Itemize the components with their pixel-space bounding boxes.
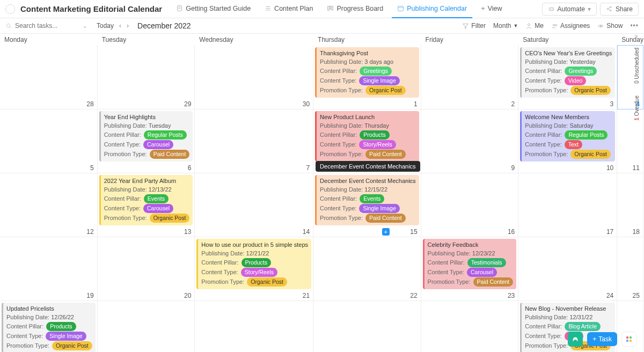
- task-card[interactable]: Celebrity FeedbackPublishing Date: 12/23…: [423, 239, 517, 289]
- pillar-label: Content Pillar:: [320, 131, 357, 138]
- share-button[interactable]: Share: [600, 3, 639, 16]
- day-cell[interactable]: 2: [421, 45, 519, 109]
- task-card[interactable]: How to use our product in 5 simple steps…: [196, 239, 311, 289]
- chevron-down-icon[interactable]: ⌄: [82, 22, 87, 30]
- tab-getting-started[interactable]: Getting Started Guide: [171, 0, 256, 18]
- calendar-grid: MondayTuesdayWednesdayThursdayFridaySatu…: [0, 33, 629, 352]
- next-month-button[interactable]: ›: [127, 22, 129, 30]
- task-card[interactable]: Thanksgiving PostPublishing Date: 3 days…: [315, 47, 419, 98]
- new-task-fab[interactable]: + Task: [587, 332, 617, 346]
- day-cell[interactable]: December Event Contest MechanicsPublishi…: [313, 173, 421, 237]
- ctype-label: Content Type:: [104, 141, 141, 148]
- task-card[interactable]: December Event Contest MechanicsPublishi…: [315, 175, 419, 225]
- pub-label: Publishing Date:: [104, 122, 147, 129]
- day-cell[interactable]: New Product LaunchPublishing Date: Thurs…: [313, 109, 421, 173]
- day-cell[interactable]: 5: [0, 109, 98, 173]
- day-cell[interactable]: 9: [421, 109, 519, 173]
- task-card[interactable]: New Product LaunchPublishing Date: Thurs…: [315, 111, 419, 162]
- promo-label: Promotion Type:: [201, 278, 244, 285]
- day-cell[interactable]: 30: [195, 45, 313, 109]
- card-title: New Blog - November Release: [525, 305, 612, 313]
- day-cell[interactable]: CEO's New Year's Eve GreetingsPublishing…: [518, 45, 617, 109]
- unscheduled-rail[interactable]: 0 Unscheduled: [634, 45, 640, 87]
- prev-month-button[interactable]: ‹: [119, 22, 121, 30]
- day-cell[interactable]: Thanksgiving PostPublishing Date: 3 days…: [313, 45, 421, 109]
- day-cell[interactable]: Celebrity FeedbackPublishing Date: 12/23…: [421, 237, 519, 301]
- task-card[interactable]: CEO's New Year's Eve GreetingsPublishing…: [520, 47, 615, 98]
- task-card[interactable]: Year End HighlightsPublishing Date: Tues…: [99, 111, 193, 162]
- day-cell[interactable]: 12: [0, 173, 98, 237]
- day-cell[interactable]: How to use our product in 5 simple steps…: [195, 237, 313, 301]
- workspace-icon: [5, 4, 15, 14]
- day-cell[interactable]: 28: [195, 301, 313, 352]
- day-number: 24: [606, 292, 613, 299]
- day-number: 1: [414, 100, 418, 108]
- task-card[interactable]: Updated PricelistsPublishing Date: 12/26…: [2, 303, 96, 352]
- task-card[interactable]: Welcome New MembersPublishing Date: Satu…: [520, 111, 615, 162]
- tab-publishing-calendar[interactable]: Publishing Calendar: [392, 0, 472, 18]
- pub-label: Publishing Date:: [104, 186, 147, 193]
- record-fab[interactable]: [568, 332, 583, 347]
- day-cell[interactable]: 19: [0, 237, 98, 301]
- day-cell[interactable]: 14: [195, 173, 313, 237]
- day-cell[interactable]: 22: [313, 237, 421, 301]
- day-cell[interactable]: Year End HighlightsPublishing Date: Tues…: [98, 109, 195, 173]
- card-tooltip: December Event Contest Mechanics: [316, 161, 420, 172]
- me-filter-button[interactable]: Me: [525, 22, 544, 30]
- day-cell[interactable]: 7: [195, 109, 313, 173]
- promo-chip: Organic Post: [365, 86, 406, 95]
- day-cell[interactable]: Updated PricelistsPublishing Date: 12/26…: [0, 301, 98, 352]
- promo-label: Promotion Type:: [320, 151, 363, 157]
- day-number: 11: [633, 164, 640, 172]
- day-cell[interactable]: 20: [98, 237, 195, 301]
- day-number: 10: [606, 164, 613, 172]
- search-wrap[interactable]: ⌄: [5, 22, 91, 30]
- pub-label: Publishing Date:: [320, 186, 363, 193]
- day-cell[interactable]: 18: [617, 173, 643, 237]
- automate-button[interactable]: Automate ▾: [542, 3, 597, 16]
- rail-toggle-icon[interactable]: ≡: [635, 33, 638, 39]
- promo-chip: Paid Content: [473, 277, 514, 287]
- timescale-button[interactable]: Month▼: [493, 22, 518, 30]
- day-cell[interactable]: 28: [0, 45, 98, 109]
- tab-label: Progress Board: [336, 5, 383, 12]
- show-button[interactable]: Show: [597, 22, 623, 30]
- overdue-rail[interactable]: 1 Overdue: [634, 92, 640, 124]
- tab-content-plan[interactable]: Content Plan: [259, 0, 318, 18]
- day-cell[interactable]: 16: [421, 173, 519, 237]
- day-cell[interactable]: 17: [518, 173, 617, 237]
- day-header: Friday: [421, 33, 519, 45]
- tab-progress-board[interactable]: Progress Board: [321, 0, 389, 18]
- day-number: 6: [188, 164, 192, 172]
- pillar-chip: Regular Posts: [144, 130, 187, 140]
- day-number: 14: [303, 228, 310, 236]
- day-cell[interactable]: 24: [518, 237, 617, 301]
- pub-label: Publishing Date:: [320, 122, 363, 129]
- assignees-button[interactable]: Assignees: [551, 22, 590, 30]
- task-fab-label: Task: [598, 335, 612, 343]
- day-cell[interactable]: 29: [98, 45, 195, 109]
- day-cell[interactable]: 29: [313, 301, 421, 352]
- more-icon[interactable]: •••: [630, 22, 639, 30]
- top-toolbar: Content Marketing Editorial Calendar Get…: [0, 0, 644, 18]
- task-card[interactable]: 2022 Year End Party AlbumPublishing Date…: [99, 175, 193, 225]
- search-input[interactable]: [15, 22, 79, 30]
- ctype-chip: Carousel: [143, 204, 173, 213]
- card-more-icon[interactable]: •••: [406, 177, 416, 185]
- apps-fab[interactable]: [621, 332, 636, 347]
- filter-button[interactable]: Filter: [462, 22, 486, 30]
- pillar-label: Content Pillar:: [6, 323, 43, 329]
- apps-icon: [626, 336, 632, 342]
- day-cell[interactable]: 30: [421, 301, 519, 352]
- promo-label: Promotion Type:: [104, 151, 147, 157]
- side-rail: ≡ 0 Unscheduled 1 Overdue: [629, 33, 644, 123]
- add-task-icon[interactable]: +: [382, 228, 390, 236]
- day-number: 22: [410, 292, 417, 299]
- today-button[interactable]: Today: [97, 22, 114, 30]
- day-cell[interactable]: 2022 Year End Party AlbumPublishing Date…: [98, 173, 195, 237]
- pillar-chip: Products: [46, 322, 76, 331]
- tab-add-view[interactable]: + View: [475, 0, 507, 18]
- day-cell[interactable]: 25: [617, 237, 643, 301]
- day-cell[interactable]: Welcome New MembersPublishing Date: Satu…: [518, 109, 617, 173]
- day-cell[interactable]: 27: [98, 301, 195, 352]
